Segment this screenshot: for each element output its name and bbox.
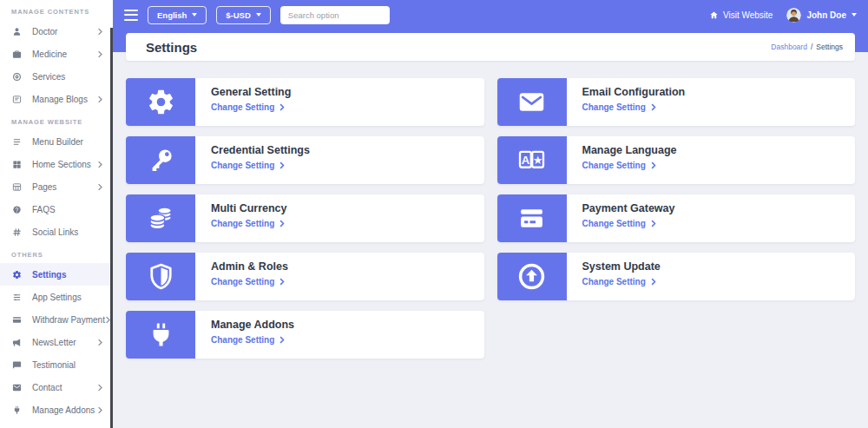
gear-icon	[126, 78, 195, 126]
change-setting-link[interactable]: Change Setting	[582, 219, 656, 228]
sidebar-item-label: Medicine	[32, 49, 97, 59]
currency-label: $-USD	[226, 10, 251, 20]
breadcrumb-dashboard-link[interactable]: Dashboard	[771, 43, 807, 51]
card-title: General Setting	[211, 86, 291, 98]
chevron-right-icon	[97, 95, 103, 103]
chevron-right-icon	[97, 50, 103, 58]
card-credential-settings: Credential Settings Change Setting	[126, 136, 484, 184]
doctor-icon	[12, 27, 22, 36]
chevron-right-icon	[651, 278, 656, 286]
sidebar-section-others: OTHERS	[0, 243, 113, 263]
sidebar-item-faqs[interactable]: FAQS	[0, 198, 113, 221]
sidebar-item-social-links[interactable]: Social Links	[0, 221, 113, 243]
translate-icon: A★	[497, 136, 567, 184]
arrow-up-circle-icon	[497, 253, 567, 300]
sidebar-item-settings[interactable]: Settings	[0, 263, 113, 286]
topbar-right: Visit Website John Doe	[709, 8, 857, 23]
search-input[interactable]	[280, 6, 390, 24]
caret-down-icon	[256, 13, 261, 16]
change-setting-link[interactable]: Change Setting	[582, 277, 656, 286]
sidebar-item-doctor[interactable]: Doctor	[0, 20, 113, 43]
card-payment-gateway: Payment Gateway Change Setting	[497, 194, 856, 242]
comment-icon	[12, 360, 22, 370]
faq-icon	[12, 205, 22, 214]
card-multi-currency: Multi Currency Change Setting	[126, 194, 484, 242]
sidebar: MANAGE CONTENTS Doctor Medicine Services…	[0, 0, 113, 428]
sliders-icon	[12, 293, 22, 302]
hamburger-icon[interactable]	[124, 10, 138, 21]
change-setting-link[interactable]: Change Setting	[211, 219, 285, 228]
sidebar-item-home-sections[interactable]: Home Sections	[0, 153, 113, 175]
sidebar-item-label: Menu Builder	[32, 137, 103, 147]
plug-icon	[12, 405, 22, 415]
sidebar-item-label: FAQS	[32, 205, 103, 214]
credit-card-icon	[497, 194, 567, 242]
sidebar-item-label: Settings	[32, 270, 103, 280]
svg-text:A: A	[522, 154, 530, 167]
sidebar-item-manage-addons[interactable]: Manage Addons	[0, 398, 113, 421]
sidebar-scrollbar[interactable]	[110, 28, 113, 428]
breadcrumb: Dashboard / Settings	[771, 43, 843, 51]
card-title: Manage Addons	[211, 319, 294, 331]
sidebar-section-manage-website: MANAGE WEBSITE	[0, 110, 113, 130]
card-title: Payment Gateway	[582, 202, 675, 214]
sidebar-item-newsletter[interactable]: NewsLetter	[0, 331, 113, 353]
chevron-right-icon	[651, 103, 656, 111]
change-setting-link[interactable]: Change Setting	[211, 277, 285, 286]
sidebar-item-label: Manage Blogs	[32, 95, 97, 104]
services-icon	[12, 72, 22, 82]
shield-icon	[126, 253, 195, 300]
coins-icon	[126, 194, 195, 242]
sidebar-item-label: Home Sections	[32, 160, 97, 169]
pages-icon	[12, 182, 22, 192]
menu-builder-icon	[12, 137, 22, 147]
sidebar-item-testimonial[interactable]: Testimonial	[0, 353, 113, 376]
chevron-right-icon	[97, 183, 103, 191]
language-dropdown[interactable]: English	[148, 6, 207, 24]
sidebar-item-menu-builder[interactable]: Menu Builder	[0, 130, 113, 153]
chevron-right-icon	[97, 406, 103, 414]
user-menu[interactable]: John Doe	[786, 8, 857, 23]
sidebar-item-label: Withdraw Payment	[32, 315, 105, 325]
sidebar-item-app-settings[interactable]: App Settings	[0, 286, 113, 308]
chevron-right-icon	[651, 220, 656, 227]
chevron-right-icon	[279, 161, 285, 169]
chevron-right-icon	[279, 220, 285, 227]
change-setting-link[interactable]: Change Setting	[211, 102, 285, 112]
sidebar-item-label: App Settings	[32, 293, 103, 302]
sidebar-item-contact[interactable]: Contact	[0, 376, 113, 398]
user-name: John Doe	[806, 10, 846, 20]
home-sections-icon	[12, 160, 22, 169]
sidebar-item-label: Social Links	[32, 227, 103, 237]
page-title: Settings	[146, 40, 197, 55]
change-setting-link[interactable]: Change Setting	[211, 335, 285, 345]
card-admin-roles: Admin & Roles Change Setting	[126, 253, 484, 300]
credit-card-icon	[12, 315, 22, 325]
sidebar-item-manage-blogs[interactable]: Manage Blogs	[0, 88, 113, 110]
chevron-right-icon	[97, 28, 103, 36]
language-label: English	[157, 10, 187, 20]
currency-dropdown[interactable]: $-USD	[216, 6, 271, 24]
sidebar-item-label: Contact	[32, 383, 97, 392]
card-general-setting: General Setting Change Setting	[126, 78, 484, 126]
breadcrumb-separator: /	[811, 43, 812, 51]
sidebar-item-withdraw-payment[interactable]: Withdraw Payment	[0, 308, 113, 331]
sidebar-item-pages[interactable]: Pages	[0, 175, 113, 198]
sidebar-item-medicine[interactable]: Medicine	[0, 43, 113, 65]
breadcrumb-current: Settings	[816, 43, 843, 51]
change-setting-link[interactable]: Change Setting	[582, 102, 656, 112]
sidebar-item-label: Services	[32, 72, 103, 82]
hash-icon	[12, 227, 22, 237]
medicine-icon	[12, 49, 22, 59]
chevron-right-icon	[97, 339, 103, 346]
visit-website-link[interactable]: Visit Website	[709, 10, 773, 20]
page-header: Settings Dashboard / Settings	[126, 33, 855, 61]
blogs-icon	[12, 95, 22, 104]
change-setting-link[interactable]: Change Setting	[582, 161, 656, 170]
sidebar-item-services[interactable]: Services	[0, 65, 113, 88]
change-setting-link[interactable]: Change Setting	[211, 161, 285, 170]
sidebar-item-label: Testimonial	[32, 360, 103, 370]
card-title: Credential Settings	[211, 144, 310, 156]
caret-down-icon	[192, 13, 197, 16]
key-icon	[126, 136, 195, 184]
